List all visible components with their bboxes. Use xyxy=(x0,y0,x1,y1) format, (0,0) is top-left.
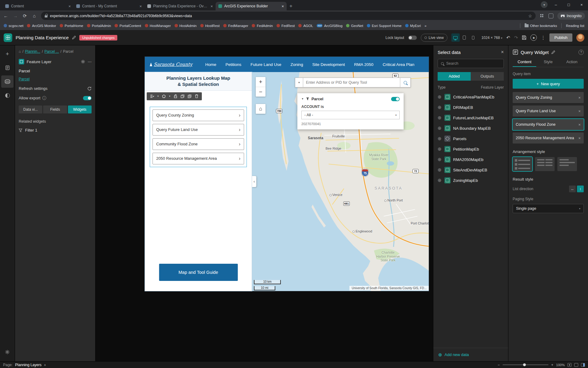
tab-close-icon[interactable]: × xyxy=(139,4,142,9)
expand-plus-icon[interactable]: ⊕ xyxy=(438,105,442,110)
bookmark-item[interactable]: AGOL xyxy=(298,24,313,28)
redo-icon[interactable]: ↷ xyxy=(514,35,518,40)
forward-icon[interactable]: → xyxy=(13,13,18,18)
map-widget[interactable]: Sarasota Fruitville Bee Ridge Myakka Riv… xyxy=(252,72,429,291)
chevron-down-icon[interactable]: ▾ xyxy=(169,95,170,98)
search-source-dropdown[interactable]: ▾ xyxy=(295,78,303,87)
data-source-row[interactable]: ⊕FutureLandUseMapEB xyxy=(438,113,504,123)
data-source-row[interactable]: ⊕RMA2050MapEb xyxy=(438,154,504,165)
bookmark-item[interactable]: HostManager xyxy=(145,24,171,28)
close-window-button[interactable]: × xyxy=(575,0,588,9)
browser-tab-3[interactable]: Planning Data Experience - Oven... × xyxy=(145,2,216,10)
settings-button[interactable] xyxy=(1,346,13,358)
expand-plus-icon[interactable]: ⊕ xyxy=(438,94,442,100)
nav-petitions[interactable]: Petitions xyxy=(225,62,241,67)
paging-style-select[interactable]: Single page ▾ xyxy=(513,204,584,213)
default-extent-button[interactable]: ⌂ xyxy=(256,104,266,114)
select-by-shape-icon[interactable] xyxy=(162,94,166,98)
home-icon[interactable]: ⌂ xyxy=(19,49,21,54)
related-widget-item[interactable]: Filter 1 xyxy=(19,128,92,132)
expand-plus-icon[interactable]: ⊕ xyxy=(438,157,442,162)
tab-data-view[interactable]: Data vi... xyxy=(19,105,42,113)
filter-enable-toggle[interactable] xyxy=(391,97,400,101)
expand-plus-icon[interactable]: ⊕ xyxy=(438,167,442,173)
expander-caret-icon[interactable]: ▼ xyxy=(301,98,304,100)
zoom-in-button[interactable]: + xyxy=(256,77,266,87)
bookmark-item[interactable]: HostAdmin xyxy=(175,24,197,28)
remove-icon[interactable]: × xyxy=(578,122,581,127)
preview-play-icon[interactable]: ▶ xyxy=(530,34,537,41)
select-by-attribute-icon[interactable] xyxy=(150,94,154,98)
query-item-selected[interactable]: Community Flood Zone× xyxy=(513,119,584,130)
address-bar[interactable]: experience.arcgis.com/builder/?id=4a523b… xyxy=(41,12,536,20)
publish-button[interactable]: Publish xyxy=(549,33,572,42)
zoom-in-icon[interactable]: + xyxy=(551,363,553,367)
arrangement-compact-option[interactable] xyxy=(557,157,577,171)
browser-tab-active[interactable]: ArcGIS Experience Builder × xyxy=(216,2,287,10)
bookmark-item[interactable]: PortalHome xyxy=(60,24,83,28)
live-view-toggle[interactable]: Live view xyxy=(421,34,447,42)
data-source-row[interactable]: ⊕Parcels xyxy=(438,133,504,144)
zoom-slider[interactable] xyxy=(503,364,548,365)
sarasota-county-logo[interactable]: Sarasota County xyxy=(150,62,192,67)
minimize-button[interactable]: – xyxy=(549,0,562,9)
browser-tab-2[interactable]: Content - My Content × xyxy=(74,2,145,10)
bookmark-item[interactable]: scgov.net xyxy=(4,24,23,28)
query-item[interactable]: Query Future Land Use× xyxy=(513,105,584,117)
add-new-data-button[interactable]: ⊕ Add new data xyxy=(433,348,508,361)
data-source-row[interactable]: ⊕NA Boundary MapEB xyxy=(438,123,504,133)
new-query-button[interactable]: + New query xyxy=(513,79,584,89)
chevron-down-icon[interactable]: ▾ xyxy=(157,95,159,98)
tab-search-icon[interactable]: ▾ xyxy=(541,1,548,8)
refresh-icon[interactable] xyxy=(87,86,92,91)
map-tool-guide-button[interactable]: Map and Tool Guide xyxy=(159,264,238,281)
tab-close-icon[interactable]: × xyxy=(210,4,213,9)
close-icon[interactable]: × xyxy=(501,49,504,55)
nav-critical-area-plan[interactable]: Critical Area Plan xyxy=(383,62,414,67)
data-source-row[interactable]: ⊕SiteAndDevMapEB xyxy=(438,165,504,175)
current-page-name[interactable]: Planning Layers xyxy=(15,363,41,367)
help-icon[interactable]: ? xyxy=(579,50,584,55)
phone-device-button[interactable] xyxy=(469,33,477,42)
query-future-land-use-button[interactable]: Query Future Land Use› xyxy=(153,124,244,136)
query-item[interactable]: 2050 Resource Management Area× xyxy=(513,132,584,144)
trash-icon[interactable] xyxy=(195,94,198,98)
data-source-row[interactable]: ⊕ZoningMapEb xyxy=(438,175,504,186)
bookmark-item[interactable]: MyEsri xyxy=(405,24,421,28)
bookmark-item[interactable]: esriArcGISBlog xyxy=(317,24,342,28)
tab-content[interactable]: Content xyxy=(513,59,536,67)
reload-icon[interactable]: ⟳ xyxy=(22,13,28,19)
bookmark-item[interactable]: FedRest xyxy=(277,24,295,28)
nav-home[interactable]: Home xyxy=(205,62,216,67)
arrangement-list-option[interactable] xyxy=(513,157,532,171)
lock-layout-toggle[interactable] xyxy=(408,36,417,40)
bookmark-star-icon[interactable]: ☆ xyxy=(528,13,532,18)
resolution-dropdown[interactable]: 1024 × 768 ▾ xyxy=(481,36,502,40)
info-icon[interactable]: i xyxy=(42,96,46,100)
resource-management-area-button[interactable]: 2050 Resource Management Area› xyxy=(153,153,244,164)
tab-close-icon[interactable]: × xyxy=(68,4,71,9)
rename-pencil-icon[interactable] xyxy=(551,50,555,54)
user-avatar[interactable] xyxy=(576,34,584,42)
nav-future-land-use[interactable]: Future Land Use xyxy=(251,62,281,67)
query-county-zoning-button[interactable]: Query County Zoning› xyxy=(153,109,244,121)
other-bookmarks[interactable]: Other bookmarks xyxy=(525,24,557,28)
nav-rma-2050[interactable]: RMA 2050 xyxy=(354,62,373,67)
tab-action[interactable]: Action xyxy=(560,59,584,67)
remove-icon[interactable]: × xyxy=(578,136,581,140)
expand-plus-icon[interactable]: ⊕ xyxy=(438,146,442,152)
bookmark-item[interactable]: HostRest xyxy=(200,24,220,28)
unlock-icon[interactable] xyxy=(174,94,177,98)
tab-added[interactable]: Added xyxy=(438,72,471,81)
data-source-row[interactable]: ⊕PetitionMapEb xyxy=(438,144,504,154)
layer-settings-gear-icon[interactable] xyxy=(81,59,85,64)
remove-icon[interactable]: × xyxy=(578,109,581,113)
data-panel-button[interactable] xyxy=(1,75,13,88)
maximize-button[interactable]: □ xyxy=(562,0,575,9)
data-search-input[interactable] xyxy=(446,61,500,66)
desktop-device-button[interactable] xyxy=(451,33,460,42)
tablet-device-button[interactable] xyxy=(460,33,469,42)
save-icon[interactable] xyxy=(522,35,526,40)
undo-icon[interactable]: ↶ xyxy=(506,35,510,40)
collapse-panel-handle[interactable]: ‹ xyxy=(252,176,256,187)
